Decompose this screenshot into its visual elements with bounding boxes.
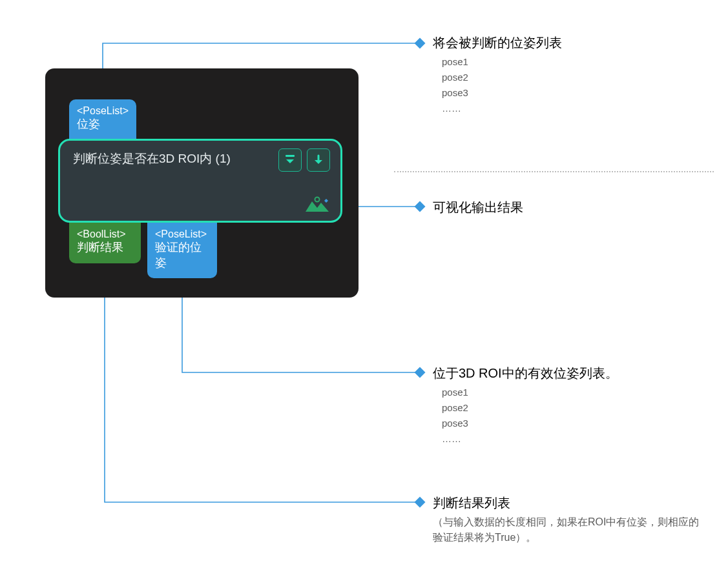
- stack-down-icon: [284, 154, 296, 167]
- diamond-marker-icon: [415, 38, 426, 49]
- list-item: pose1: [442, 385, 618, 400]
- dotted-divider: [394, 171, 714, 172]
- callout-visualize: 可视化输出结果: [433, 198, 523, 216]
- callout-note: （与输入数据的长度相同，如果在ROI中有位姿，则相应的验证结果将为True）。: [433, 514, 704, 545]
- diamond-marker-icon: [415, 201, 426, 212]
- port-type-label: <BoolList>: [77, 228, 133, 240]
- callout-title: 将会被判断的位姿列表: [433, 34, 562, 52]
- port-name-label: 验证的位姿: [155, 240, 209, 270]
- node-title: 判断位姿是否在3D ROI内 (1): [73, 150, 231, 167]
- diamond-marker-icon: [415, 497, 426, 508]
- visualize-output-icon[interactable]: [304, 195, 330, 214]
- arrow-down-icon: [312, 154, 325, 167]
- diagram-stage: <PoseList> 位姿 判断位姿是否在3D ROI内 (1): [0, 0, 728, 568]
- callout-title: 判断结果列表: [433, 494, 704, 512]
- list-item: ……: [442, 101, 562, 116]
- callout-valid-poselist: 位于3D ROI中的有效位姿列表。 pose1 pose2 pose3 ……: [433, 364, 618, 447]
- list-item: pose3: [442, 85, 562, 101]
- run-stack-button[interactable]: [278, 148, 302, 172]
- callout-items: pose1 pose2 pose3 ……: [433, 385, 618, 447]
- callout-title: 可视化输出结果: [433, 198, 523, 216]
- list-item: ……: [442, 431, 618, 447]
- svg-rect-0: [286, 155, 295, 157]
- callout-result-list: 判断结果列表 （与输入数据的长度相同，如果在ROI中有位姿，则相应的验证结果将为…: [433, 494, 704, 545]
- diamond-marker-icon: [415, 367, 426, 378]
- list-item: pose2: [442, 70, 562, 85]
- output-port-poselist[interactable]: <PoseList> 验证的位姿: [147, 223, 217, 278]
- port-type-label: <PoseList>: [77, 105, 129, 117]
- port-type-label: <PoseList>: [155, 228, 209, 240]
- list-item: pose3: [442, 416, 618, 431]
- port-name-label: 位姿: [77, 117, 129, 132]
- callout-items: pose1 pose2 pose3 ……: [433, 54, 562, 116]
- port-name-label: 判断结果: [77, 240, 133, 255]
- list-item: pose1: [442, 54, 562, 70]
- output-port-boollist[interactable]: <BoolList> 判断结果: [69, 223, 141, 263]
- node-body[interactable]: 判断位姿是否在3D ROI内 (1): [58, 139, 342, 223]
- input-port-poselist[interactable]: <PoseList> 位姿: [69, 99, 136, 139]
- svg-point-1: [315, 198, 320, 202]
- run-step-button[interactable]: [307, 148, 330, 172]
- callout-title: 位于3D ROI中的有效位姿列表。: [433, 364, 618, 382]
- callout-input-poselist: 将会被判断的位姿列表 pose1 pose2 pose3 ……: [433, 34, 562, 116]
- list-item: pose2: [442, 400, 618, 416]
